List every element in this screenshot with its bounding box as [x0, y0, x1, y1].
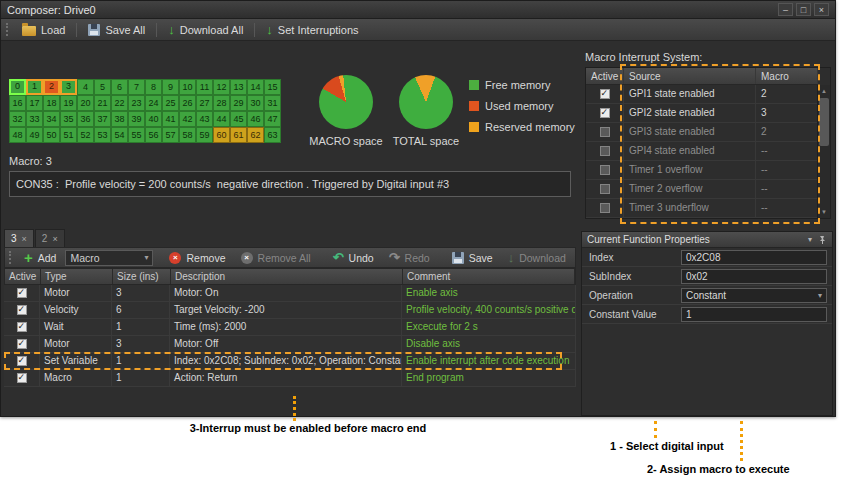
maximize-icon[interactable]: [796, 3, 811, 16]
tab-close-icon[interactable]: ×: [52, 234, 57, 244]
toolbar-button-set-interruptions[interactable]: Set Interruptions: [260, 21, 364, 38]
interrupt-row[interactable]: GPI3 state enabled2: [586, 123, 818, 142]
memory-cell[interactable]: 57: [162, 127, 179, 143]
checkbox[interactable]: [17, 305, 27, 315]
memory-cell[interactable]: 45: [230, 111, 247, 127]
memory-cell[interactable]: 11: [196, 79, 213, 95]
tab-macro-3[interactable]: 3×: [4, 229, 34, 247]
table-row[interactable]: Macro1Action: ReturnEnd program: [4, 370, 576, 387]
property-field-subindex[interactable]: 0x02: [681, 269, 827, 284]
tab-macro-2[interactable]: 2×: [35, 229, 65, 247]
memory-cell[interactable]: 23: [128, 95, 145, 111]
memory-cell[interactable]: 42: [179, 111, 196, 127]
memory-cell[interactable]: 62: [247, 127, 264, 143]
interrupt-row[interactable]: Timer 2 overflow--: [586, 180, 818, 199]
memory-cell[interactable]: 50: [43, 127, 60, 143]
checkbox[interactable]: [600, 184, 610, 194]
titlebar[interactable]: Composer: Drive0: [1, 1, 835, 19]
checkbox[interactable]: [17, 322, 27, 332]
memory-cell[interactable]: 61: [230, 127, 247, 143]
interrupt-row[interactable]: GPI4 state enabled--: [586, 142, 818, 161]
memory-cell[interactable]: 29: [230, 95, 247, 111]
scroll-up-icon[interactable]: ▲: [818, 85, 830, 97]
chevron-down-icon[interactable]: ▾: [808, 235, 812, 244]
memory-cell[interactable]: 46: [247, 111, 264, 127]
memory-cell[interactable]: 55: [128, 127, 145, 143]
interrupt-row[interactable]: GPI1 state enabled2: [586, 85, 818, 104]
toolbar-button-save-all[interactable]: Save All: [82, 22, 151, 38]
checkbox[interactable]: [600, 108, 610, 118]
table-row[interactable]: Wait1Time (ms): 2000Excecute for 2 s: [4, 319, 576, 336]
toolbar-grip[interactable]: [9, 251, 11, 264]
interrupt-row[interactable]: Timer 3 underflow--: [586, 199, 818, 218]
memory-cell[interactable]: 48: [9, 127, 26, 143]
checkbox[interactable]: [17, 339, 27, 349]
macro-type-select[interactable]: Macro▾: [65, 250, 153, 266]
checkbox[interactable]: [17, 373, 27, 383]
pin-icon[interactable]: [818, 235, 827, 245]
property-field-index[interactable]: 0x2C08: [681, 250, 827, 265]
memory-cell[interactable]: 10: [179, 79, 196, 95]
memory-cell[interactable]: 18: [43, 95, 60, 111]
tab-close-icon[interactable]: ×: [22, 234, 27, 244]
memory-cell[interactable]: 30: [247, 95, 264, 111]
memory-cell[interactable]: 53: [94, 127, 111, 143]
interrupt-scrollbar[interactable]: ▲ ▼: [817, 85, 830, 218]
toolbar-grip[interactable]: [6, 23, 9, 36]
toolbar-button-save[interactable]: Save: [446, 250, 499, 266]
memory-cell[interactable]: 40: [145, 111, 162, 127]
table-row[interactable]: Motor3Motor: OffDisable axis: [4, 336, 576, 353]
memory-cell[interactable]: 59: [196, 127, 213, 143]
close-icon[interactable]: [814, 3, 829, 16]
table-row[interactable]: Set Variable1Index: 0x2C08; SubIndex: 0x…: [4, 353, 576, 370]
memory-cell[interactable]: 9: [162, 79, 179, 95]
memory-cell[interactable]: 56: [145, 127, 162, 143]
memory-cell[interactable]: 34: [43, 111, 60, 127]
memory-cell[interactable]: 52: [77, 127, 94, 143]
memory-cell[interactable]: 58: [179, 127, 196, 143]
checkbox[interactable]: [17, 288, 27, 298]
memory-cell[interactable]: 12: [213, 79, 230, 95]
checkbox[interactable]: [600, 127, 610, 137]
memory-cell[interactable]: 36: [77, 111, 94, 127]
memory-cell[interactable]: 38: [111, 111, 128, 127]
memory-cell[interactable]: 20: [77, 95, 94, 111]
memory-cell[interactable]: 27: [196, 95, 213, 111]
checkbox[interactable]: [600, 165, 610, 175]
memory-cell[interactable]: 44: [213, 111, 230, 127]
checkbox[interactable]: [600, 89, 610, 99]
toolbar-button-add[interactable]: Add: [18, 248, 62, 267]
toolbar-button-download-all[interactable]: Download All: [162, 21, 249, 38]
memory-cell[interactable]: 31: [264, 95, 281, 111]
memory-cell[interactable]: 1: [26, 79, 43, 95]
memory-cell[interactable]: 21: [94, 95, 111, 111]
interrupt-row[interactable]: GPI2 state enabled3: [586, 104, 818, 123]
memory-cell[interactable]: 4: [77, 79, 94, 95]
memory-cell[interactable]: 22: [111, 95, 128, 111]
scroll-down-icon[interactable]: ▼: [818, 206, 830, 218]
checkbox[interactable]: [600, 146, 610, 156]
memory-cell[interactable]: 17: [26, 95, 43, 111]
memory-cell[interactable]: 32: [9, 111, 26, 127]
memory-cell[interactable]: 16: [9, 95, 26, 111]
toolbar-button-undo[interactable]: Undo: [327, 249, 380, 266]
memory-cell[interactable]: 5: [94, 79, 111, 95]
memory-cell[interactable]: 7: [128, 79, 145, 95]
memory-cell[interactable]: 13: [230, 79, 247, 95]
table-row[interactable]: Velocity6Target Velocity: -200Profile ve…: [4, 302, 576, 319]
interrupt-row[interactable]: Timer 1 overflow--: [586, 161, 818, 180]
memory-cell[interactable]: 0: [9, 79, 26, 95]
memory-cell[interactable]: 63: [264, 127, 281, 143]
memory-cell[interactable]: 8: [145, 79, 162, 95]
toolbar-button-remove[interactable]: Remove: [163, 250, 231, 266]
memory-cell[interactable]: 47: [264, 111, 281, 127]
property-field-constant-value[interactable]: 1: [681, 307, 827, 322]
memory-cell[interactable]: 35: [60, 111, 77, 127]
memory-cell[interactable]: 15: [264, 79, 281, 95]
memory-cell[interactable]: 49: [26, 127, 43, 143]
memory-cell[interactable]: 26: [179, 95, 196, 111]
memory-cell[interactable]: 39: [128, 111, 145, 127]
checkbox[interactable]: [600, 203, 610, 213]
memory-cell[interactable]: 51: [60, 127, 77, 143]
table-row[interactable]: Motor3Motor: OnEnable axis: [4, 285, 576, 302]
